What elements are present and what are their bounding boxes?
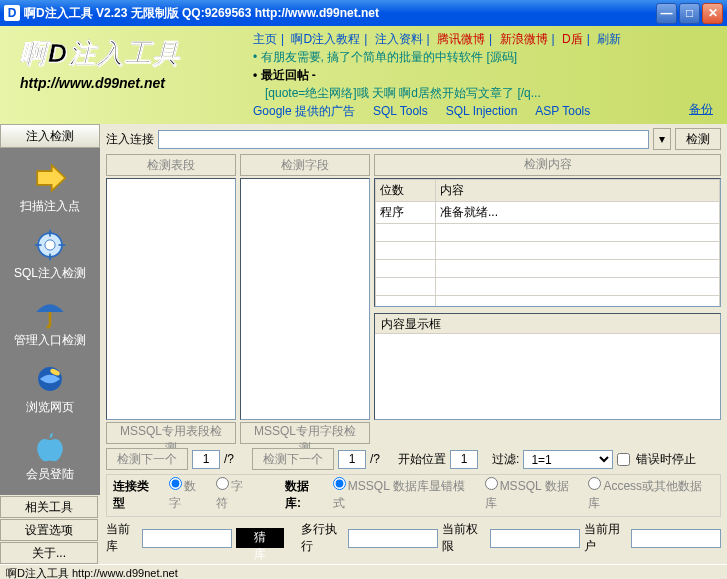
col-header-fields: 检测字段	[240, 154, 370, 176]
table-row	[376, 223, 720, 241]
start-pos-label: 开始位置	[398, 451, 446, 468]
filter-label: 过滤:	[492, 451, 519, 468]
sidebar-item-scan[interactable]: 扫描注入点	[5, 156, 95, 219]
link-sqlinjection[interactable]: SQL Injection	[446, 102, 518, 120]
sidebar-item-login[interactable]: 会员登陆	[5, 424, 95, 487]
recent-posts-label: • 最近回帖 -	[253, 68, 316, 82]
multi-exec-label: 多行执行	[301, 521, 344, 555]
nav-tutorial[interactable]: 啊D注入教程	[291, 32, 360, 46]
recent-post-link[interactable]: [quote=绝尘网络]哦 天啊 啊d居然开始写文章了 [/q...	[265, 84, 719, 102]
sidebar-btn-tools[interactable]: 相关工具	[0, 496, 98, 518]
nav-tencent-weibo[interactable]: 腾讯微博	[437, 32, 485, 46]
nav-sina-weibo[interactable]: 新浪微博	[500, 32, 548, 46]
fields-listbox[interactable]	[240, 178, 370, 420]
sidebar-item-sql-detect[interactable]: SQL注入检测	[5, 223, 95, 286]
page-sep-1: /?	[224, 452, 234, 466]
header-banner: 啊D注入工具 http://www.d99net.net 主页| 啊D注入教程|…	[0, 26, 727, 124]
current-priv-input[interactable]	[490, 529, 580, 548]
link-sqltools[interactable]: SQL Tools	[373, 102, 428, 120]
current-db-label: 当前库	[106, 521, 138, 555]
link-asptools[interactable]: ASP Tools	[535, 102, 590, 120]
google-ads-label: Google 提供的广告	[253, 102, 355, 120]
mssql-fields-button[interactable]: MSSQL专用字段检测	[240, 422, 370, 444]
table-row	[376, 259, 720, 277]
current-user-input[interactable]	[631, 529, 721, 548]
nav-refresh[interactable]: 刷新	[597, 32, 621, 46]
sidebar-item-browse[interactable]: 浏览网页	[5, 357, 95, 420]
ie-icon	[32, 361, 68, 397]
minimize-button[interactable]: —	[656, 3, 677, 24]
arrow-right-icon	[32, 160, 68, 196]
table-row	[376, 295, 720, 307]
table-row	[376, 241, 720, 259]
banner-note: • 有朋友需要, 搞了个简单的批量的中转软件 [源码]	[253, 48, 719, 66]
current-priv-label: 当前权限	[442, 521, 485, 555]
statusbar: 啊D注入工具 http://www.d99net.net	[0, 564, 727, 579]
app-icon: D	[4, 5, 20, 21]
url-label: 注入连接	[106, 131, 154, 148]
detect-next-button-2[interactable]: 检测下一个	[252, 448, 334, 470]
grid-header-pos: 位数	[376, 179, 436, 201]
mssql-tables-button[interactable]: MSSQL专用表段检测	[106, 422, 236, 444]
stop-on-error-label: 错误时停止	[636, 451, 696, 468]
sidebar-btn-about[interactable]: 关于...	[0, 542, 98, 564]
nav-dshield[interactable]: D盾	[562, 32, 583, 46]
connection-fieldset: 连接类型 数字 字符 数据库: MSSQL 数据库显错模式 MSSQL 数据库 …	[106, 474, 721, 517]
start-pos-input[interactable]	[450, 450, 478, 469]
page-sep-2: /?	[370, 452, 380, 466]
svg-point-1	[45, 240, 55, 250]
apple-icon	[32, 428, 68, 464]
current-user-label: 当前用户	[584, 521, 627, 555]
display-header: 内容显示框	[375, 314, 720, 334]
nav-home[interactable]: 主页	[253, 32, 277, 46]
page-input-2[interactable]	[338, 450, 366, 469]
url-input[interactable]	[158, 130, 649, 149]
db-label: 数据库:	[285, 478, 325, 512]
titlebar: D 啊D注入工具 V2.23 无限制版 QQ:9269563 http://ww…	[0, 0, 727, 26]
umbrella-icon	[32, 294, 68, 330]
backup-link[interactable]: 备份	[689, 101, 713, 118]
multi-exec-input[interactable]	[348, 529, 438, 548]
col-header-content: 检测内容	[374, 154, 721, 176]
table-row: 程序准备就绪...	[376, 201, 720, 223]
logo-text: 啊D注入工具	[20, 36, 245, 71]
logo-url: http://www.d99net.net	[20, 75, 245, 91]
col-header-tables: 检测表段	[106, 154, 236, 176]
db-access-radio[interactable]	[588, 477, 601, 490]
sidebar-btn-settings[interactable]: 设置选项	[0, 519, 98, 541]
close-button[interactable]: ✕	[702, 3, 723, 24]
db-mssql-error-radio[interactable]	[333, 477, 346, 490]
window-title: 啊D注入工具 V2.23 无限制版 QQ:9269563 http://www.…	[24, 5, 656, 22]
url-dropdown-button[interactable]: ▾	[653, 128, 671, 150]
content-grid[interactable]: 位数内容 程序准备就绪...	[374, 178, 721, 307]
page-input-1[interactable]	[192, 450, 220, 469]
current-db-input[interactable]	[142, 529, 232, 548]
stop-on-error-checkbox[interactable]	[617, 453, 630, 466]
sidebar: 注入检测 扫描注入点 SQL注入检测 管理入口检测 浏览网页 会员登陆	[0, 124, 100, 564]
conn-type-label: 连接类型	[113, 478, 161, 512]
tables-listbox[interactable]	[106, 178, 236, 420]
sidebar-item-admin-detect[interactable]: 管理入口检测	[5, 290, 95, 353]
detect-next-button-1[interactable]: 检测下一个	[106, 448, 188, 470]
conn-type-number-radio[interactable]	[169, 477, 182, 490]
target-icon	[32, 227, 68, 263]
table-row	[376, 277, 720, 295]
nav-material[interactable]: 注入资料	[375, 32, 423, 46]
guess-db-button[interactable]: 猜库	[236, 528, 284, 548]
content-area: 注入连接 ▾ 检测 检测表段 MSSQL专用表段检测 检测字段 MSSQL专用字…	[100, 124, 727, 564]
detect-button[interactable]: 检测	[675, 128, 721, 150]
db-mssql-radio[interactable]	[485, 477, 498, 490]
grid-header-content: 内容	[436, 179, 720, 201]
maximize-button[interactable]: □	[679, 3, 700, 24]
display-area: 内容显示框	[374, 313, 721, 420]
sidebar-header[interactable]: 注入检测	[0, 124, 100, 148]
filter-select[interactable]: 1=1	[523, 450, 613, 469]
conn-type-char-radio[interactable]	[216, 477, 229, 490]
